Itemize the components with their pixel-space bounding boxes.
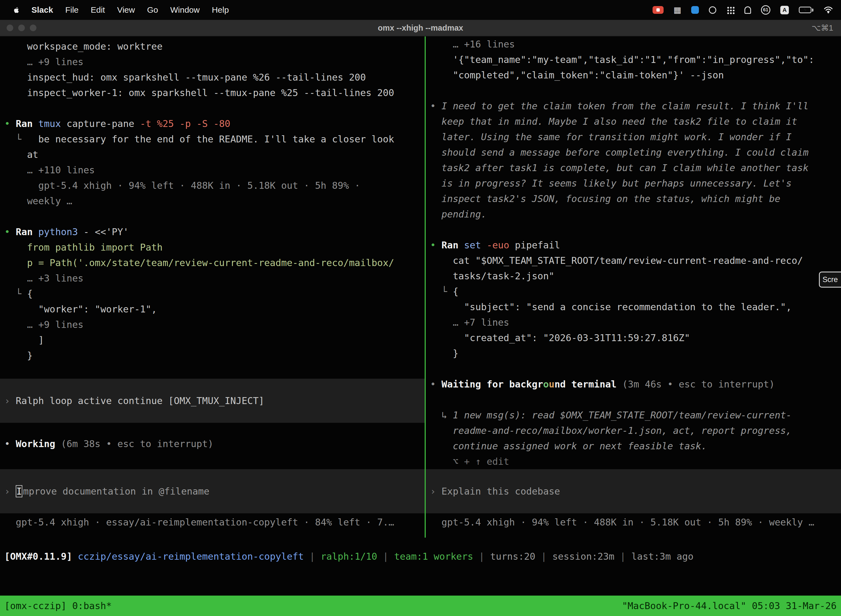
- tmux-host-clock: "MacBook-Pro-44.local" 05:03 31-Mar-26: [622, 600, 837, 611]
- terminal-line: '{"team_name":"my-team","task_id":"1","f…: [430, 52, 841, 67]
- menu-edit[interactable]: Edit: [85, 5, 111, 15]
- close-button[interactable]: [7, 25, 13, 31]
- prompt-input[interactable]: › Improve documentation in @filename: [0, 469, 425, 513]
- terminal-text: Ralph loop active continue [OMX_TMUX_INJ…: [16, 395, 264, 406]
- menu-view[interactable]: View: [111, 5, 141, 15]
- terminal-text: gpt-5.4 xhigh · 94% left · 488K in · 5.1…: [4, 180, 360, 191]
- pane-footer: gpt-5.4 xhigh · 94% left · 488K in · 5.1…: [430, 515, 841, 530]
- terminal-line: • Waiting for background terminal (3m 46…: [430, 377, 841, 392]
- scrollback-top: … +16 lines '{"team_name":"my-team","tas…: [430, 37, 841, 469]
- terminal-line: weekly …: [4, 193, 425, 209]
- apple-menu[interactable]: [8, 6, 25, 14]
- title-bar[interactable]: omx --xhigh --madmax ⌥⌘1: [0, 20, 841, 37]
- terminal-text: - <<'PY': [78, 226, 129, 238]
- menu-file[interactable]: File: [59, 5, 84, 15]
- terminal-text: … +16 lines: [430, 39, 515, 50]
- zoom-button[interactable]: [30, 25, 37, 31]
- screenshot-notification[interactable]: Scre: [819, 271, 841, 287]
- terminal-text: pending.: [430, 209, 487, 220]
- terminal-line: task2 after task1 is complete, but can I…: [430, 160, 841, 176]
- tmux-session-window: [omx-cczip] 0:bash*: [4, 600, 112, 611]
- terminal-line: continue assigned work or next feasible …: [430, 438, 841, 454]
- terminal-line: └ be necessary for the end of the README…: [4, 131, 425, 147]
- separator: |: [304, 551, 321, 562]
- terminal-line: … +9 lines: [4, 317, 425, 332]
- terminal-line: … +9 lines: [4, 54, 425, 70]
- terminal-text: "completed","claim_token":"claim-token"}…: [430, 70, 724, 81]
- terminal-line: [4, 363, 425, 378]
- ring-app-icon[interactable]: [709, 6, 716, 14]
- separator: |: [473, 551, 490, 562]
- terminal-text: 1 new msg(s): read $OMX_TEAM_STATE_ROOT/…: [453, 409, 792, 421]
- left-pane[interactable]: workspace_mode: worktree … +9 lines insp…: [0, 37, 425, 538]
- terminal-text: later. Using the same for transition mig…: [430, 131, 792, 142]
- terminal-line: "completed","claim_token":"claim-token"}…: [430, 67, 841, 83]
- terminal-text: pipefail: [509, 239, 560, 251]
- window-title: omx --xhigh --madmax: [378, 23, 463, 32]
- battery-percentage-badge-icon[interactable]: 61: [761, 5, 771, 15]
- terminal-text: … +9 lines: [4, 56, 84, 67]
- terminal-text: •: [4, 118, 16, 129]
- terminal-text: gpt-5.4 xhigh · essay/ai-reimplementatio…: [4, 517, 394, 528]
- terminal-text: ]: [4, 334, 44, 346]
- window-manager-grid-icon[interactable]: ▦: [674, 6, 681, 14]
- terminal-line: • Ran tmux capture-pane -t %25 -p -S -80: [4, 116, 425, 131]
- terminal-text: at: [4, 149, 38, 160]
- terminal-text: be necessary for the end of the README. …: [38, 133, 394, 145]
- terminal-line: }: [4, 348, 425, 363]
- terminal-text: I need to get the claim token from the c…: [441, 100, 809, 111]
- menu-window[interactable]: Window: [164, 5, 206, 15]
- terminal-line: • Ran python3 - <<'PY': [4, 224, 425, 239]
- terminal-line: inspect_hud: omx sparkshell --tmux-pane …: [4, 70, 425, 85]
- terminal-text: }: [4, 350, 32, 361]
- terminal-text: tmux: [38, 118, 61, 129]
- terminal-text: u: [549, 378, 554, 390]
- separator: |: [535, 551, 552, 562]
- terminal-line: workspace_mode: worktree: [4, 39, 425, 54]
- terminal-text: … +110 lines: [4, 164, 95, 176]
- terminal-text: {: [453, 286, 458, 297]
- terminal-text: Explain this codebase: [441, 486, 560, 497]
- omx-session-path: cczip/essay/ai-reimplementation-copyleft: [72, 551, 304, 562]
- wifi-icon[interactable]: [823, 6, 833, 14]
- blue-app-icon[interactable]: [691, 6, 699, 14]
- right-pane[interactable]: … +16 lines '{"team_name":"my-team","tas…: [426, 37, 841, 538]
- terminal-text: capture-pane: [61, 118, 134, 129]
- terminal-text: is in progress? It seems likely but perh…: [430, 178, 792, 189]
- terminal-text: └: [4, 288, 27, 299]
- terminal-line: p = Path('.omx/state/team/review-current…: [4, 255, 425, 270]
- prompt-input[interactable]: › Explain this codebase: [426, 469, 841, 513]
- inject-banner[interactable]: › Ralph loop active continue [OMX_TMUX_I…: [0, 378, 425, 423]
- terminal-text: from pathlib import Path: [4, 242, 163, 253]
- terminal-text: ›: [4, 486, 16, 497]
- separator: |: [614, 551, 631, 562]
- terminal-line: is in progress? It seems likely but perh…: [430, 176, 841, 191]
- terminal-text: •: [4, 226, 16, 238]
- omx-turns: turns:20: [490, 551, 535, 562]
- terminal-text: gpt-5.4 xhigh · 94% left · 488K in · 5.1…: [430, 517, 814, 528]
- terminal-line: ⌥ + ↑ edit: [430, 454, 841, 469]
- ghost-app-icon[interactable]: [744, 6, 751, 14]
- menu-help[interactable]: Help: [206, 5, 235, 15]
- terminal-text: task2 after task1 is complete, but can I…: [430, 162, 809, 173]
- terminal-line: ]: [4, 332, 425, 348]
- terminal-text: Working: [16, 438, 55, 449]
- input-source-icon[interactable]: A: [780, 6, 789, 14]
- terminal-line: • Working (6m 38s • esc to interrupt): [4, 436, 425, 452]
- menu-go[interactable]: Go: [141, 5, 164, 15]
- terminal-line: "worker": "worker-1",: [4, 301, 425, 317]
- minimize-button[interactable]: [18, 25, 25, 31]
- terminal-text: "worker": "worker-1",: [4, 304, 157, 315]
- charging-bolt-icon: ϟ: [800, 7, 811, 12]
- battery-icon[interactable]: ϟ: [799, 7, 813, 13]
- traffic-lights: [7, 25, 37, 31]
- app-grid-icon[interactable]: [726, 6, 734, 14]
- terminal-text: inspect task2's JSON, focusing on the st…: [430, 193, 780, 204]
- terminal-text: '{"team_name":"my-team","task_id":"1","f…: [430, 54, 814, 65]
- terminal-line: [430, 392, 841, 407]
- terminal-line: › Ralph loop active continue [OMX_TMUX_I…: [4, 393, 425, 408]
- app-menu-slack[interactable]: Slack: [25, 5, 59, 15]
- terminal-line: }: [430, 346, 841, 361]
- terminal-text: Ran: [441, 239, 464, 251]
- screen-recording-indicator-icon[interactable]: [652, 6, 664, 14]
